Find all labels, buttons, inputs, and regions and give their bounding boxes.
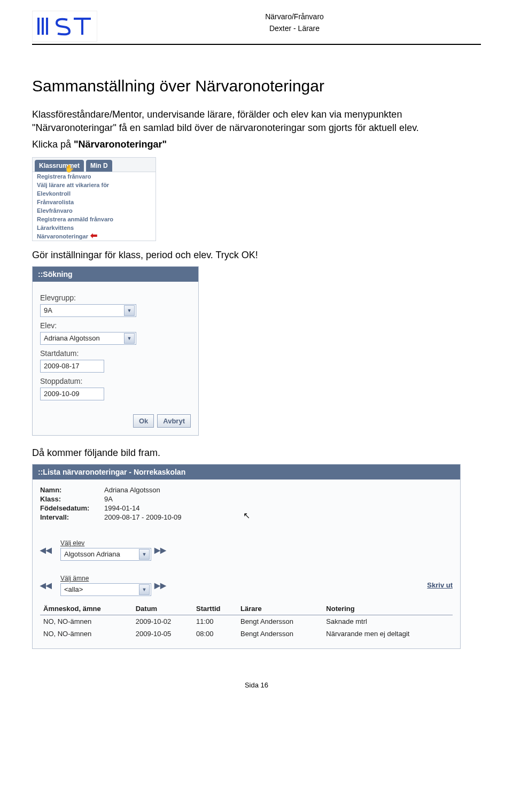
- select-valj-amne[interactable]: <alla> ▼: [60, 583, 151, 596]
- menu-item-highlighted[interactable]: Närvaronoteringar ⬅: [33, 232, 156, 241]
- label-stoppdatum: Stoppdatum:: [40, 377, 191, 385]
- cell-time: 11:00: [193, 615, 237, 628]
- cell-note: Saknade mtrl: [323, 615, 453, 628]
- next-subject-button[interactable]: ▶▶: [154, 581, 166, 590]
- header-line-1: Närvaro/Frånvaro: [108, 11, 481, 22]
- ist-logo-icon: [35, 14, 94, 38]
- input-stoppdatum[interactable]: 2009-10-09: [40, 388, 104, 400]
- select-valj-elev-value: Algotsson Adriana: [64, 550, 120, 558]
- label-elev: Elev:: [40, 321, 191, 330]
- select-valj-amne-value: <alla>: [64, 585, 83, 593]
- col-notering: Notering: [323, 602, 453, 615]
- cell-subject: NO, NO-ämnen: [40, 615, 133, 628]
- mouse-pointer-icon: ↖: [243, 511, 250, 521]
- red-arrow-icon: ⬅: [90, 233, 97, 238]
- click-prefix: Klicka på: [32, 139, 74, 150]
- value-fodelsedatum: 1994-01-14: [104, 504, 453, 512]
- chevron-down-icon[interactable]: ▼: [124, 305, 135, 316]
- document-header: Närvaro/Frånvaro Dexter - Lärare: [32, 11, 481, 45]
- print-link[interactable]: Skriv ut: [427, 581, 453, 589]
- label-klass: Klass:: [40, 495, 104, 503]
- cell-subject: NO, NO-ämnen: [40, 628, 133, 640]
- input-startdatum[interactable]: 2009-08-17: [40, 360, 104, 373]
- chevron-down-icon[interactable]: ▼: [139, 584, 150, 595]
- col-starttid: Starttid: [193, 602, 237, 615]
- ok-button[interactable]: Ok: [133, 414, 154, 428]
- next-student-button[interactable]: ▶▶: [154, 546, 166, 554]
- cell-teacher: Bengt Andersson: [237, 628, 323, 640]
- chevron-down-icon[interactable]: ▼: [124, 333, 135, 344]
- settings-instruction: Gör inställningar för klass, period och …: [32, 249, 481, 262]
- list-panel: ::Lista närvaronoteringar - Norrekaskola…: [32, 464, 461, 649]
- menu-item[interactable]: Elevkontroll: [33, 189, 156, 198]
- menu-screenshot: Klassrummet ✋ Min D Registrera frånvaro …: [32, 157, 156, 241]
- label-startdatum: Startdatum:: [40, 349, 191, 358]
- select-elev[interactable]: Adriana Algotsson ▼: [40, 332, 136, 345]
- cell-note: Närvarande men ej deltagit: [323, 628, 453, 640]
- menu-item-label: Närvaronoteringar: [37, 233, 88, 239]
- value-namn: Adriana Algotsson: [104, 486, 453, 494]
- intro-paragraph: Klassföreståndare/Mentor, undervisande l…: [32, 108, 481, 135]
- select-elevgrupp[interactable]: 9A ▼: [40, 304, 136, 317]
- click-target: "Närvaronoteringar": [74, 139, 167, 150]
- cell-teacher: Bengt Andersson: [237, 615, 323, 628]
- input-stoppdatum-value: 2009-10-09: [44, 390, 80, 398]
- label-namn: Namn:: [40, 486, 104, 494]
- search-panel-title: ::Sökning: [33, 267, 198, 282]
- select-elev-value: Adriana Algotsson: [44, 334, 100, 342]
- menu-item[interactable]: Registrera frånvaro: [33, 172, 156, 181]
- menu-item[interactable]: Välj lärare att vikariera för: [33, 181, 156, 189]
- menu-item[interactable]: Frånvarolista: [33, 198, 156, 206]
- click-instruction: Klicka på "Närvaronoteringar": [32, 138, 481, 151]
- table-row: NO, NO-ämnen 2009-10-05 08:00 Bengt Ande…: [40, 628, 453, 640]
- label-fodelsedatum: Födelsedatum:: [40, 504, 104, 512]
- value-intervall: 2009-08-17 - 2009-10-09: [104, 513, 453, 521]
- cancel-label: Avbryt: [163, 417, 185, 425]
- chevron-down-icon[interactable]: ▼: [139, 549, 150, 560]
- label-valj-elev: Välj elev: [60, 539, 151, 547]
- select-elevgrupp-value: 9A: [44, 306, 52, 314]
- mouse-cursor-icon: ✋: [65, 164, 74, 173]
- logo: [32, 11, 97, 42]
- col-larare: Lärare: [237, 602, 323, 615]
- tab-min-d[interactable]: Min D: [86, 160, 112, 172]
- select-valj-elev[interactable]: Algotsson Adriana ▼: [60, 548, 151, 561]
- cell-time: 08:00: [193, 628, 237, 640]
- header-center: Närvaro/Frånvaro Dexter - Lärare: [108, 11, 481, 35]
- prev-subject-button[interactable]: ◀◀: [40, 581, 52, 590]
- cell-date: 2009-10-02: [133, 615, 193, 628]
- tab-min-d-label: Min D: [90, 162, 108, 169]
- col-amneskod: Ämneskod, ämne: [40, 602, 133, 615]
- list-panel-title: ::Lista närvaronoteringar - Norrekaskola…: [33, 465, 460, 480]
- result-intro: Då kommer följande bild fram.: [32, 446, 481, 460]
- cancel-button[interactable]: Avbryt: [157, 414, 191, 428]
- table-row: NO, NO-ämnen 2009-10-02 11:00 Bengt Ande…: [40, 615, 453, 628]
- dropdown-list: Registrera frånvaro Välj lärare att vika…: [33, 172, 156, 241]
- ok-label: Ok: [139, 417, 148, 425]
- results-table: Ämneskod, ämne Datum Starttid Lärare Not…: [40, 602, 453, 640]
- label-elevgrupp: Elevgrupp:: [40, 293, 191, 302]
- value-klass: 9A: [104, 495, 453, 503]
- label-valj-amne: Välj ämne: [60, 575, 151, 582]
- page-title: Sammanställning över Närvaronoteringar: [32, 77, 481, 95]
- header-line-2: Dexter - Lärare: [108, 22, 481, 34]
- menu-item[interactable]: Elevfrånvaro: [33, 206, 156, 215]
- cell-date: 2009-10-05: [133, 628, 193, 640]
- input-startdatum-value: 2009-08-17: [44, 362, 80, 370]
- prev-student-button[interactable]: ◀◀: [40, 546, 52, 554]
- page-footer: Sida 16: [32, 681, 481, 689]
- search-panel: ::Sökning Elevgrupp: 9A ▼ Elev: Adriana …: [32, 266, 199, 436]
- menu-item[interactable]: Registrera anmäld frånvaro: [33, 215, 156, 223]
- col-datum: Datum: [133, 602, 193, 615]
- tab-klassrummet[interactable]: Klassrummet ✋: [35, 160, 84, 172]
- label-intervall: Intervall:: [40, 513, 104, 521]
